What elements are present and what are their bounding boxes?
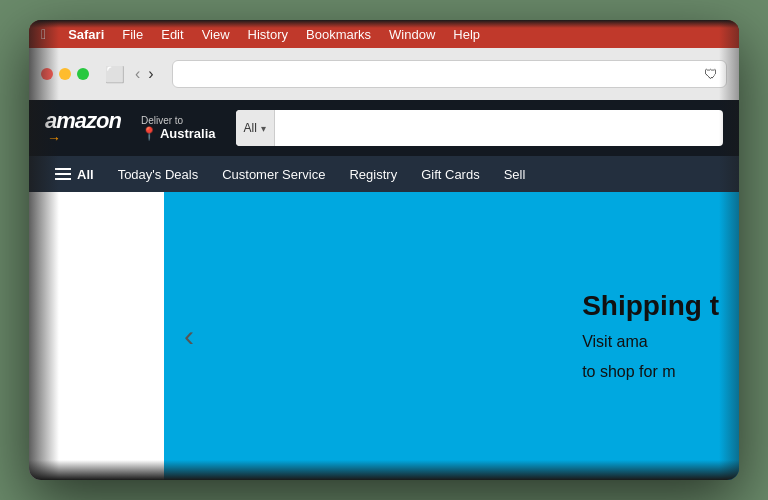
main-content: ‹ Shipping t Visit ama to shop for m <box>29 192 739 480</box>
macos-menubar:  Safari File Edit View History Bookmark… <box>29 20 739 48</box>
hero-text-block: Shipping t Visit ama to shop for m <box>562 269 739 403</box>
forward-arrow-icon[interactable]: › <box>146 65 155 83</box>
nav-item-customer-service[interactable]: Customer Service <box>212 163 335 186</box>
menu-bookmarks[interactable]: Bookmarks <box>306 27 371 42</box>
sidebar-toggle-icon[interactable]: ⬜ <box>105 65 125 84</box>
browser-chrome: ⬜ ‹ › 🛡 <box>29 48 739 100</box>
menu-edit[interactable]: Edit <box>161 27 183 42</box>
nav-arrows: ‹ › <box>133 65 156 83</box>
browser-toolbar: ⬜ ‹ › 🛡 <box>29 48 739 100</box>
hero-banner: ‹ Shipping t Visit ama to shop for m <box>164 192 739 480</box>
search-bar[interactable]: All ▾ <box>236 110 723 146</box>
deliver-label: Deliver to <box>141 115 216 126</box>
back-arrow-icon[interactable]: ‹ <box>133 65 142 83</box>
nav-item-registry[interactable]: Registry <box>339 163 407 186</box>
deliver-location: 📍 Australia <box>141 126 216 141</box>
monitor-screen:  Safari File Edit View History Bookmark… <box>29 20 739 480</box>
deliver-to-section[interactable]: Deliver to 📍 Australia <box>141 115 216 141</box>
minimize-button[interactable] <box>59 68 71 80</box>
amazon-header: amazon → Deliver to 📍 Australia All ▾ <box>29 100 739 156</box>
hero-subtitle-line1: Visit ama <box>582 330 719 352</box>
amazon-nav-bar: All Today's Deals Customer Service Regis… <box>29 156 739 192</box>
maximize-button[interactable] <box>77 68 89 80</box>
address-bar[interactable]: 🛡 <box>172 60 727 88</box>
menu-safari[interactable]: Safari <box>68 27 104 42</box>
menu-history[interactable]: History <box>248 27 288 42</box>
nav-item-gift-cards[interactable]: Gift Cards <box>411 163 490 186</box>
menu-file[interactable]: File <box>122 27 143 42</box>
chevron-down-icon: ▾ <box>261 123 266 134</box>
location-pin-icon: 📍 <box>141 126 157 141</box>
hero-subtitle-line2: to shop for m <box>582 361 719 383</box>
nav-item-todays-deals[interactable]: Today's Deals <box>108 163 209 186</box>
shield-icon: 🛡 <box>704 66 718 82</box>
menu-window[interactable]: Window <box>389 27 435 42</box>
search-category-dropdown[interactable]: All ▾ <box>236 110 275 146</box>
nav-item-sell[interactable]: Sell <box>494 163 536 186</box>
search-category-label: All <box>244 121 257 135</box>
menu-view[interactable]: View <box>202 27 230 42</box>
hero-title: Shipping t <box>582 289 719 323</box>
carousel-back-icon[interactable]: ‹ <box>184 319 194 353</box>
menu-help[interactable]: Help <box>453 27 480 42</box>
